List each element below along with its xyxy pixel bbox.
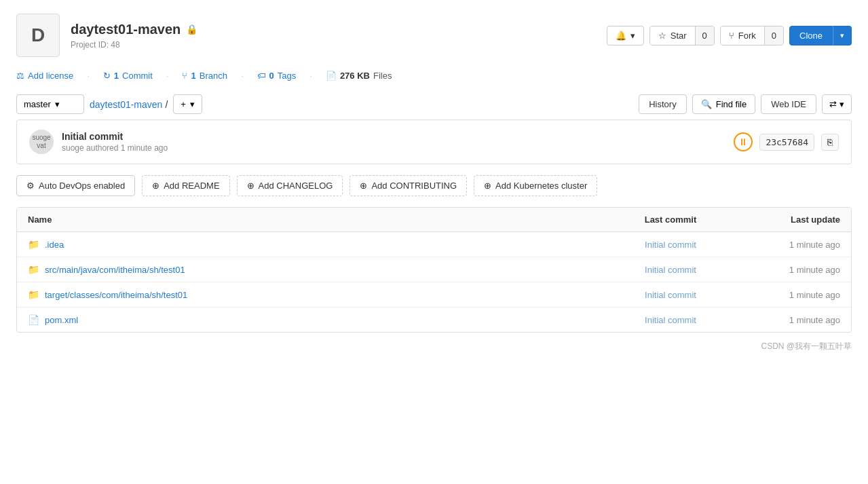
repo-avatar: D: [16, 14, 60, 57]
watermark: CSDN @我有一颗五叶草: [16, 341, 852, 352]
devops-bar: ⚙ Auto DevOps enabled ⊕ Add README ⊕ Add…: [16, 175, 852, 196]
add-changelog-button[interactable]: ⊕ Add CHANGELOG: [237, 175, 343, 196]
add-readme-button[interactable]: ⊕ Add README: [142, 175, 229, 196]
pipeline-status-icon[interactable]: ⏸: [734, 132, 753, 151]
tag-icon: 🏷: [257, 71, 266, 81]
file-name-link[interactable]: 📁 .idea: [28, 239, 603, 250]
fork-button[interactable]: ⑂ Fork: [721, 26, 764, 45]
commit-icon: ↻: [103, 71, 111, 81]
last-commit-cell: Initial commit: [603, 265, 738, 275]
folder-icon: 📁: [28, 289, 39, 300]
commit-meta: suoge authored 1 minute ago: [62, 143, 168, 153]
stats-bar: ⚖ Add license · ↻ 1 Commit · ⑂ 1 Branch …: [16, 71, 852, 81]
file-icon: 📄: [28, 314, 39, 325]
lock-icon: 🔒: [186, 24, 197, 35]
repo-name: daytest01-maven: [71, 22, 181, 37]
auto-devops-button[interactable]: ⚙ Auto DevOps enabled: [16, 175, 135, 196]
repo-header: D daytest01-maven 🔒 Project ID: 48 🔔 ▾ ☆: [16, 14, 852, 57]
col-update-header: Last update: [738, 215, 840, 225]
last-commit-cell: Initial commit: [603, 240, 738, 250]
last-commit-cell: Initial commit: [603, 315, 738, 325]
plus-icon: +: [181, 99, 186, 109]
commit-hash: 23c57684: [759, 134, 814, 151]
col-name-header: Name: [28, 215, 603, 225]
plus-circle-icon: ⊕: [360, 181, 367, 191]
table-row: 📁 target/classes/com/itheima/sh/test01 I…: [17, 282, 851, 308]
star-count: 0: [695, 26, 714, 45]
plus-circle-icon: ⊕: [152, 181, 159, 191]
gear-icon: ⚙: [26, 181, 35, 191]
table-row: 📁 .idea Initial commit 1 minute ago: [17, 232, 851, 257]
branches-link[interactable]: ⑂ 1 Branch: [182, 71, 227, 81]
repo-header-left: D daytest01-maven 🔒 Project ID: 48: [16, 14, 197, 57]
fork-count: 0: [764, 26, 783, 45]
star-icon: ☆: [658, 31, 666, 41]
folder-icon: 📁: [28, 264, 39, 275]
switch-icon: ⇄: [829, 99, 837, 109]
repo-header-right: 🔔 ▾ ☆ Star 0 ⑂ Fork 0: [607, 26, 852, 45]
file-table-header: Name Last commit Last update: [17, 208, 851, 232]
commit-message: Initial commit: [62, 131, 168, 142]
last-update-cell: 1 minute ago: [738, 240, 840, 250]
commit-avatar: suogevat: [29, 130, 54, 154]
file-rows-container: 📁 .idea Initial commit 1 minute ago 📁 sr…: [17, 232, 851, 332]
table-row: 📄 pom.xml Initial commit 1 minute ago: [17, 308, 851, 332]
fork-group: ⑂ Fork 0: [720, 26, 784, 45]
last-update-cell: 1 minute ago: [738, 290, 840, 300]
toolbar-right: History 🔍 Find file Web IDE ⇄ ▾: [639, 94, 852, 114]
add-kubernetes-button[interactable]: ⊕ Add Kubernetes cluster: [474, 175, 597, 196]
add-contributing-button[interactable]: ⊕ Add CONTRIBUTING: [350, 175, 467, 196]
breadcrumb: daytest01-maven /: [90, 99, 168, 110]
last-update-cell: 1 minute ago: [738, 315, 840, 325]
bell-icon: 🔔: [616, 31, 626, 41]
branch-select[interactable]: master ▾: [16, 94, 84, 114]
star-group: ☆ Star 0: [649, 26, 715, 45]
branch-icon: ⑂: [182, 71, 187, 81]
files-icon: 📄: [326, 71, 337, 81]
folder-icon: 📁: [28, 239, 39, 250]
license-icon: ⚖: [16, 71, 24, 81]
file-name-link[interactable]: 📄 pom.xml: [28, 314, 603, 325]
file-name-link[interactable]: 📁 target/classes/com/itheima/sh/test01: [28, 289, 603, 300]
tags-link[interactable]: 🏷 0 Tags: [257, 71, 297, 81]
clone-group: Clone ▾: [789, 26, 852, 45]
commit-right: ⏸ 23c57684 ⎘: [734, 132, 839, 151]
fork-icon: ⑂: [729, 31, 734, 41]
chevron-down-icon: ▾: [839, 99, 844, 109]
copy-icon: ⎘: [827, 137, 833, 147]
plus-circle-icon: ⊕: [484, 181, 491, 191]
plus-circle-icon: ⊕: [247, 181, 254, 191]
notification-button[interactable]: 🔔 ▾: [607, 26, 644, 45]
files-stat: 📄 276 KB Files: [326, 71, 392, 81]
repo-title-block: daytest01-maven 🔒 Project ID: 48: [71, 22, 197, 50]
table-row: 📁 src/main/java/com/itheima/sh/test01 In…: [17, 257, 851, 282]
breadcrumb-separator: /: [165, 99, 168, 110]
star-button[interactable]: ☆ Star: [650, 26, 695, 45]
history-button[interactable]: History: [639, 94, 686, 114]
add-file-button[interactable]: + ▾: [173, 94, 202, 114]
file-table: Name Last commit Last update 📁 .idea Ini…: [16, 207, 852, 333]
chevron-down-icon: ▾: [55, 99, 60, 109]
breadcrumb-repo-link[interactable]: daytest01-maven: [90, 99, 162, 110]
col-commit-header: Last commit: [603, 215, 738, 225]
last-commit-cell: Initial commit: [603, 290, 738, 300]
branch-select-label: master: [24, 99, 51, 109]
commit-left: suogevat Initial commit suoge authored 1…: [29, 130, 168, 154]
find-file-button[interactable]: 🔍 Find file: [692, 94, 756, 114]
copy-hash-button[interactable]: ⎘: [821, 134, 839, 151]
clone-chevron-button[interactable]: ▾: [833, 26, 852, 45]
toolbar-row: master ▾ daytest01-maven / + ▾ History 🔍…: [16, 94, 852, 114]
commits-link[interactable]: ↻ 1 Commit: [103, 71, 153, 81]
last-update-cell: 1 minute ago: [738, 265, 840, 275]
add-license-link[interactable]: ⚖ Add license: [16, 71, 73, 81]
web-ide-button[interactable]: Web IDE: [761, 94, 816, 114]
more-options-button[interactable]: ⇄ ▾: [822, 94, 852, 114]
clone-button[interactable]: Clone: [789, 26, 833, 45]
file-name-link[interactable]: 📁 src/main/java/com/itheima/sh/test01: [28, 264, 603, 275]
chevron-down-icon: ▾: [630, 31, 635, 41]
chevron-down-icon: ▾: [190, 99, 195, 109]
commit-info: Initial commit suoge authored 1 minute a…: [62, 131, 168, 153]
project-id: Project ID: 48: [71, 40, 197, 50]
commit-block: suogevat Initial commit suoge authored 1…: [16, 119, 852, 164]
repo-name-row: daytest01-maven 🔒: [71, 22, 197, 37]
